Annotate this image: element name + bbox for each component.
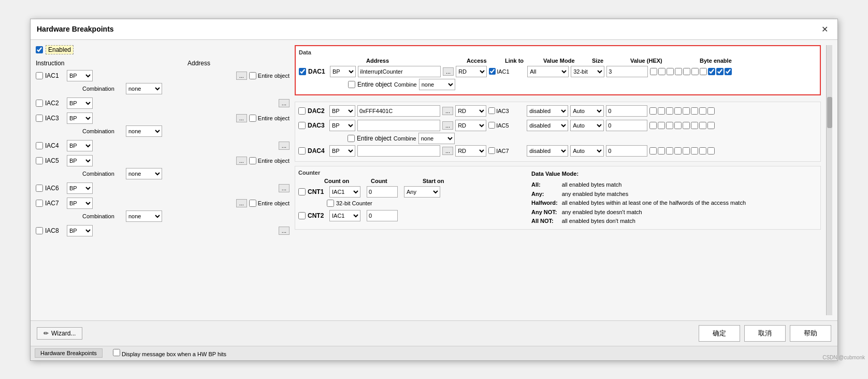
iac3-entire-checkbox[interactable]	[249, 115, 256, 122]
dac1-byte6[interactable]	[700, 68, 707, 75]
dac1-size-select[interactable]: 32-bit	[571, 66, 604, 77]
cancel-button[interactable]: 取消	[744, 325, 786, 342]
dac4-size-select[interactable]: Auto	[570, 145, 604, 157]
iac7-dots-button[interactable]: ...	[236, 199, 247, 207]
iac1-bp-select[interactable]: BP	[67, 70, 93, 81]
dac1-byte9[interactable]	[725, 68, 732, 75]
dac2-address-input[interactable]	[357, 105, 440, 117]
dac3-byte4[interactable]	[683, 122, 690, 129]
dac3-address-input[interactable]	[357, 120, 440, 131]
dac2-byte7[interactable]	[707, 107, 715, 115]
dac2-type-select[interactable]: BP	[329, 105, 355, 117]
dac4-byte7[interactable]	[707, 147, 715, 155]
dac3-access-select[interactable]: RD	[455, 120, 486, 131]
dac4-byte2[interactable]	[666, 147, 673, 155]
dac4-value-input[interactable]	[606, 145, 647, 157]
dac2-byte4[interactable]	[683, 107, 690, 115]
iac7-bp-select[interactable]: BP	[67, 198, 93, 209]
dac1-linkto-checkbox[interactable]	[489, 68, 496, 75]
iac4-bp-select[interactable]: BP	[67, 140, 93, 151]
dac2-checkbox[interactable]	[298, 107, 306, 115]
iac3-dots-button[interactable]: ...	[236, 114, 247, 122]
scrollbar[interactable]	[826, 45, 832, 315]
dac1-valuemode-select[interactable]: All	[527, 66, 569, 77]
help-button[interactable]: 帮助	[790, 325, 831, 342]
dac3-entire-checkbox[interactable]	[348, 135, 355, 142]
dac1-byte4[interactable]	[683, 68, 690, 75]
iac6-dots-button[interactable]: ...	[279, 184, 290, 192]
dac3-byte6[interactable]	[699, 122, 706, 129]
iac5-dots-button[interactable]: ...	[236, 157, 247, 165]
iac2-checkbox[interactable]	[36, 100, 43, 107]
iac3-checkbox[interactable]	[36, 115, 43, 122]
dac4-linkto-checkbox[interactable]	[488, 147, 495, 154]
iac6-checkbox[interactable]	[36, 185, 43, 192]
dac2-byte0[interactable]	[649, 107, 657, 115]
dac1-byte8[interactable]	[716, 68, 724, 75]
dac3-combine-select[interactable]: none	[418, 133, 455, 144]
ok-button[interactable]: 确定	[699, 325, 740, 342]
close-button[interactable]: ✕	[818, 23, 831, 35]
dac4-checkbox[interactable]	[298, 147, 306, 155]
dac1-combine-select[interactable]: none	[419, 79, 455, 90]
iac8-checkbox[interactable]	[36, 227, 43, 234]
dac2-linkto-checkbox[interactable]	[488, 107, 495, 114]
dac3-byte2[interactable]	[666, 122, 673, 129]
dac4-byte0[interactable]	[649, 147, 657, 155]
dac2-byte5[interactable]	[691, 107, 698, 115]
dac3-byte0[interactable]	[649, 122, 657, 129]
iac1-combo-select[interactable]: none	[126, 83, 162, 94]
dac3-byte3[interactable]	[674, 122, 682, 129]
dac2-access-select[interactable]: RD	[455, 105, 486, 117]
iac1-checkbox[interactable]	[36, 72, 43, 79]
iac1-dots-button[interactable]: ...	[236, 72, 247, 80]
dac3-type-select[interactable]: BP	[329, 120, 355, 131]
dac4-type-select[interactable]: BP	[329, 145, 355, 157]
iac6-bp-select[interactable]: BP	[67, 183, 93, 194]
iac1-entire-checkbox[interactable]	[249, 72, 256, 79]
cnt1-32bit-checkbox[interactable]	[327, 200, 334, 207]
dac2-valuemode-select[interactable]: disabled	[527, 105, 568, 117]
dac1-byte1[interactable]	[658, 68, 666, 75]
dac1-access-select[interactable]: RD	[456, 66, 487, 77]
cnt1-checkbox[interactable]	[298, 188, 306, 195]
dac4-byte6[interactable]	[699, 147, 706, 155]
iac7-combo-select[interactable]: none	[126, 210, 162, 222]
cnt2-count-on-select[interactable]: IAC1	[329, 210, 360, 221]
dac2-byte6[interactable]	[699, 107, 706, 115]
iac2-bp-select[interactable]: BP	[67, 97, 93, 109]
iac3-bp-select[interactable]: BP	[67, 113, 93, 124]
cnt2-count-input[interactable]	[367, 210, 398, 221]
dac1-byte5[interactable]	[691, 68, 699, 75]
dac2-byte1[interactable]	[658, 107, 665, 115]
cnt1-start-select[interactable]: Any	[404, 186, 440, 198]
iac7-checkbox[interactable]	[36, 200, 43, 207]
iac5-bp-select[interactable]: BP	[67, 155, 93, 166]
dac1-byte3[interactable]	[675, 68, 682, 75]
wizard-button[interactable]: ✏ Wizard...	[37, 327, 82, 340]
dac3-checkbox[interactable]	[298, 122, 306, 129]
cnt2-checkbox[interactable]	[298, 212, 306, 219]
enabled-checkbox[interactable]	[36, 46, 43, 53]
dac4-address-input[interactable]	[357, 145, 440, 157]
dac3-value-input[interactable]	[606, 120, 647, 131]
dac1-byte2[interactable]	[667, 68, 674, 75]
dac2-byte2[interactable]	[666, 107, 673, 115]
iac5-checkbox[interactable]	[36, 157, 43, 164]
dac3-byte7[interactable]	[707, 122, 715, 129]
dac1-checkbox[interactable]	[299, 68, 306, 75]
iac5-combo-select[interactable]: none	[126, 168, 162, 179]
dac2-dots-button[interactable]: ...	[442, 107, 453, 115]
dac1-byte0[interactable]	[650, 68, 657, 75]
dac3-valuemode-select[interactable]: disabled	[527, 120, 568, 131]
dac3-linkto-checkbox[interactable]	[488, 122, 495, 129]
dac3-size-select[interactable]: Auto	[570, 120, 604, 131]
iac8-bp-select[interactable]: BP	[67, 225, 93, 236]
dac4-dots-button[interactable]: ...	[442, 147, 453, 155]
cnt1-count-on-select[interactable]: IAC1	[329, 186, 360, 198]
iac8-dots-button[interactable]: ...	[279, 227, 290, 235]
dac4-byte5[interactable]	[691, 147, 698, 155]
dac4-byte1[interactable]	[658, 147, 665, 155]
dac1-value-input[interactable]	[606, 66, 648, 77]
dac1-byte7[interactable]	[708, 68, 715, 75]
